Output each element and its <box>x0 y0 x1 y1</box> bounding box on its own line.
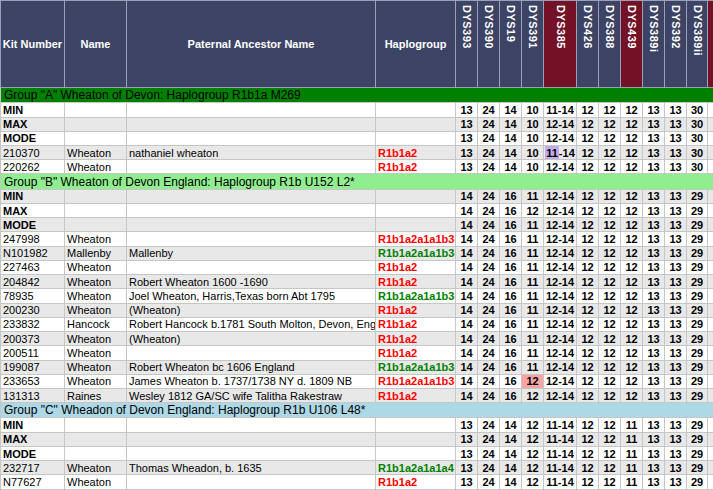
haplogroup-cell: R1b1a2 <box>376 303 456 317</box>
marker-value-cell: 14 <box>500 117 522 131</box>
marker-value-cell: 14 <box>500 461 522 475</box>
marker-value-cell: 13 <box>643 461 665 475</box>
marker-value-cell: 11-14 <box>544 446 577 460</box>
marker-value-cell: 24 <box>478 189 500 203</box>
marker-value-cell: 12 <box>577 418 599 432</box>
marker-value-cell: 12 <box>599 189 621 203</box>
marker-value-cell: 13 <box>643 189 665 203</box>
marker-value-cell: 12 <box>621 103 643 117</box>
marker-value-cell: 11 <box>621 446 643 460</box>
marker-value-cell: 24 <box>478 275 500 289</box>
table-row: 200230Wheaton(Wheaton)R1b1a21424161112-1… <box>1 303 713 317</box>
marker-value-cell: 12 <box>577 203 599 217</box>
marker-value-cell: 16 <box>500 317 522 331</box>
marker-value-cell: 12 <box>621 374 643 388</box>
marker-value-cell: 24 <box>478 317 500 331</box>
marker-value-cell: 12 <box>577 461 599 475</box>
kit-number-cell: 247998 <box>1 232 65 246</box>
marker-value-cell: 13 <box>456 145 478 159</box>
marker-value-cell: 13 <box>643 117 665 131</box>
ancestor-name-cell <box>127 160 376 174</box>
group-header-label: Group "B" Wheaton of Devon England: Hapl… <box>1 174 713 189</box>
table-row: MIN1324141011-14121212131330 <box>1 103 713 117</box>
kit-number-cell: MAX <box>1 117 65 131</box>
marker-value-cell: 11 <box>522 218 544 232</box>
marker-value-cell: 14 <box>456 374 478 388</box>
partial-column-cell <box>708 275 713 289</box>
marker-value-cell: 12 <box>522 432 544 446</box>
marker-value-cell: 29 <box>687 303 708 317</box>
marker-value-cell: 11 <box>522 346 544 360</box>
haplogroup-cell: R1b1a2a1a1a4 <box>376 461 456 475</box>
marker-value-cell: 24 <box>478 432 500 446</box>
marker-value-cell: 12 <box>621 289 643 303</box>
partial-column-cell <box>708 418 713 432</box>
kit-number-cell: 200230 <box>1 303 65 317</box>
marker-value-cell: 14 <box>456 232 478 246</box>
marker-value-cell: 13 <box>643 203 665 217</box>
marker-header-dys393: DYS393 <box>456 1 478 88</box>
group-header-row: Group "A" Wheaton of Devon: Haplogroup R… <box>1 88 713 103</box>
marker-value-cell: 13 <box>665 303 687 317</box>
marker-value-cell: 14 <box>456 360 478 374</box>
marker-value-cell: 24 <box>478 260 500 274</box>
name-cell: Wheaton <box>65 303 127 317</box>
marker-value-cell: 12 <box>577 388 599 402</box>
haplogroup-cell: R1b1a2a1a1b3c <box>376 360 456 374</box>
name-cell: Wheaton <box>65 332 127 346</box>
marker-value-cell: 13 <box>665 218 687 232</box>
marker-value-cell: 16 <box>500 275 522 289</box>
name-cell: Wheaton <box>65 160 127 174</box>
partial-column-cell <box>708 332 713 346</box>
marker-value-cell: 30 <box>687 160 708 174</box>
marker-value-cell: 13 <box>643 475 665 490</box>
marker-value-cell: 24 <box>478 446 500 460</box>
marker-value-cell: 13 <box>665 317 687 331</box>
marker-value-cell: 16 <box>500 189 522 203</box>
name-cell <box>65 203 127 217</box>
kit-number-cell: 78935 <box>1 289 65 303</box>
marker-value-cell: 11 <box>621 418 643 432</box>
haplogroup-cell: R1b1a2 <box>376 275 456 289</box>
marker-value-cell: 12 <box>599 246 621 260</box>
table-row: 233832HancockRobert Hancock b.1781 South… <box>1 317 713 331</box>
marker-value-cell: 24 <box>478 418 500 432</box>
marker-value-cell: 24 <box>478 475 500 490</box>
ancestor-name-cell <box>127 475 376 490</box>
table-row: MODE1324141012-14121212131330 <box>1 131 713 145</box>
table-row: MAX1324141012-14121212131330 <box>1 117 713 131</box>
marker-value-cell: 16 <box>500 346 522 360</box>
ancestor-name-cell: Wesley 1812 GA/SC wife Talitha Rakestraw <box>127 388 376 402</box>
marker-value-cell: 13 <box>665 232 687 246</box>
marker-value-cell: 13 <box>456 475 478 490</box>
marker-value-cell: 12 <box>577 303 599 317</box>
marker-value-cell: 11-14 <box>544 418 577 432</box>
marker-header-dys392: DYS392 <box>665 1 687 88</box>
marker-value-cell: 13 <box>643 303 665 317</box>
marker-value-cell: 16 <box>500 203 522 217</box>
marker-header-label: DYS391 <box>527 5 538 49</box>
name-cell: Wheaton <box>65 346 127 360</box>
table-row: 232717WheatonThomas Wheadon, b. 1635R1b1… <box>1 461 713 475</box>
marker-value-cell: 16 <box>500 360 522 374</box>
marker-value-cell: 14 <box>456 189 478 203</box>
marker-value-cell: 29 <box>687 346 708 360</box>
marker-value-cell: 12-14 <box>544 131 577 145</box>
marker-value-cell: 24 <box>478 232 500 246</box>
marker-value-cell: 14 <box>456 260 478 274</box>
marker-value-cell: 12 <box>577 232 599 246</box>
marker-value-cell: 14 <box>500 432 522 446</box>
marker-value-cell: 12 <box>577 360 599 374</box>
marker-value-cell: 29 <box>687 189 708 203</box>
marker-value-cell: 12 <box>599 232 621 246</box>
kit-number-cell: 232717 <box>1 461 65 475</box>
marker-value-cell: 13 <box>643 145 665 159</box>
marker-header-label: DYS393 <box>461 5 472 49</box>
marker-header-dys388: DYS388 <box>599 1 621 88</box>
marker-value-cell: 11-14 <box>544 475 577 490</box>
marker-value-cell: 30 <box>687 131 708 145</box>
marker-value-cell: 13 <box>456 432 478 446</box>
table-row: 233653WheatonJames Wheaton b. 1737/1738 … <box>1 374 713 388</box>
marker-value-cell: 12 <box>599 218 621 232</box>
kit-number-cell: N77627 <box>1 475 65 490</box>
